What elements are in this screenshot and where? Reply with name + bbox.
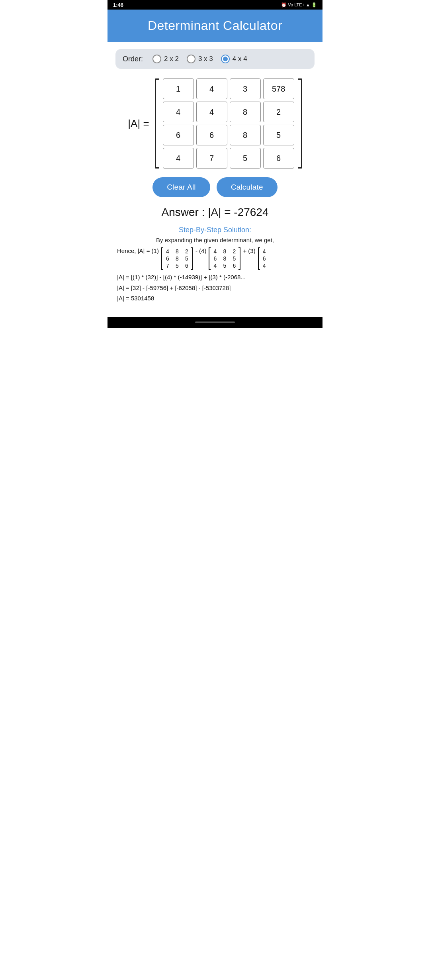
matrix-cell-2-3[interactable] (263, 125, 294, 145)
radio-circle-4x4[interactable] (221, 55, 230, 63)
radio-circle-2x2[interactable] (152, 55, 161, 63)
matrix-cell-3-2[interactable] (230, 148, 261, 169)
app-header: Determinant Calculator (108, 10, 322, 42)
calculate-button[interactable]: Calculate (217, 177, 278, 197)
radio-4x4-label: 4 x 4 (233, 55, 247, 63)
radio-circle-3x3[interactable] (187, 55, 195, 63)
matrix-bracket-right (298, 78, 302, 169)
matrix-cell-1-3[interactable] (263, 102, 294, 122)
buttons-row: Clear All Calculate (115, 177, 315, 197)
radio-3x3-label: 3 x 3 (198, 55, 213, 63)
mini-matrix-1: 482 685 756 (161, 247, 193, 270)
radio-3x3[interactable]: 3 x 3 (187, 55, 213, 63)
matrix-cell-3-3[interactable] (263, 148, 294, 169)
app-title: Determinant Calculator (111, 18, 319, 33)
matrix-cell-3-1[interactable] (196, 148, 227, 169)
matrix-cell-1-2[interactable] (230, 102, 261, 122)
step-line-3: |A| = 5301458 (117, 294, 313, 303)
status-bar: 1:46 ⏰ Vo LTE+ ▲ 🔋 (108, 0, 322, 10)
matrix-cell-1-1[interactable] (196, 102, 227, 122)
mini-matrix-3: 4 6 4 (258, 247, 269, 270)
main-content: Order: 2 x 2 3 x 3 4 x 4 |A| = (108, 42, 322, 317)
order-selector: Order: 2 x 2 3 x 3 4 x 4 (115, 49, 315, 69)
matrix-cell-2-0[interactable] (163, 125, 194, 145)
bottom-bar-indicator (195, 321, 235, 323)
matrix-cell-0-2[interactable] (230, 78, 261, 99)
matrix-cell-0-1[interactable] (196, 78, 227, 99)
step-line-1: |A| = [(1) * (32)] - [(4) * (-14939)] + … (117, 273, 313, 282)
step-line-2: |A| = [32] - [-59756] + [-62058] - [-530… (117, 284, 313, 293)
matrix-cell-2-1[interactable] (196, 125, 227, 145)
step-title: Step-By-Step Solution: (117, 226, 313, 234)
radio-4x4[interactable]: 4 x 4 (221, 55, 247, 63)
answer-text: Answer : |A| = -27624 (161, 206, 268, 218)
step-intro: By expanding the given determinant, we g… (117, 237, 313, 243)
status-time: 1:46 (113, 2, 123, 8)
order-label: Order: (123, 55, 143, 63)
matrix-label: |A| = (128, 118, 149, 130)
step-expansion-line: Hence, |A| = (1) 482 685 756 - (4) 482 6… (117, 247, 313, 270)
answer-section: Answer : |A| = -27624 (115, 206, 315, 219)
matrix-cell-0-3[interactable] (263, 78, 294, 99)
matrix-cell-1-0[interactable] (163, 102, 194, 122)
matrix-bracket-left (155, 78, 159, 169)
status-icons: ⏰ Vo LTE+ ▲ 🔋 (281, 2, 317, 8)
step-solution: Step-By-Step Solution: By expanding the … (115, 226, 315, 303)
radio-2x2[interactable]: 2 x 2 (152, 55, 179, 63)
mini-matrix-2: 482 685 456 (209, 247, 240, 270)
matrix-cell-0-0[interactable] (163, 78, 194, 99)
op1: - (4) (195, 247, 207, 254)
radio-2x2-label: 2 x 2 (164, 55, 179, 63)
matrix-cell-3-0[interactable] (163, 148, 194, 169)
expansion-prefix: Hence, |A| = (1) (117, 247, 159, 254)
matrix-grid (163, 78, 294, 169)
matrix-cell-2-2[interactable] (230, 125, 261, 145)
clear-all-button[interactable]: Clear All (152, 177, 210, 197)
bottom-bar (108, 317, 322, 328)
op2: + (3) (243, 247, 255, 254)
matrix-area: |A| = (115, 78, 315, 169)
